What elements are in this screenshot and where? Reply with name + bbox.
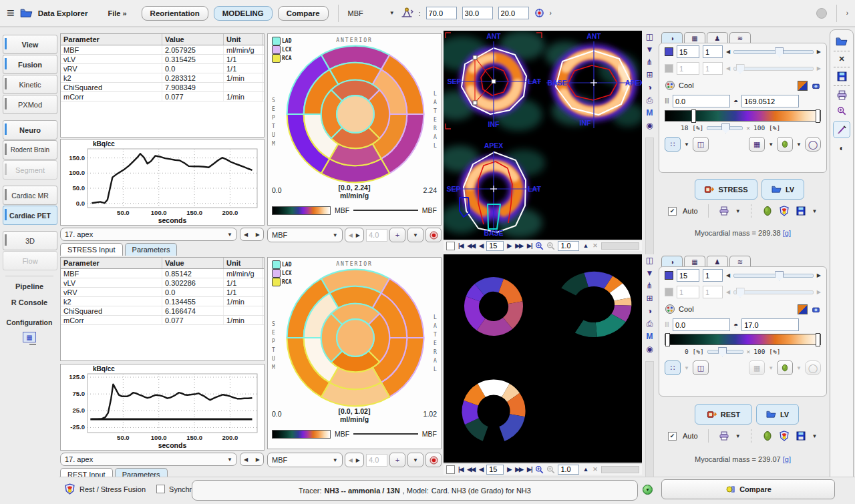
sphere-icon[interactable]: ◓ (733, 97, 738, 106)
window-min-field[interactable] (673, 95, 730, 107)
stress-region-select[interactable]: 17. apex ▼ (60, 228, 237, 241)
zoom-icon[interactable] (837, 106, 846, 115)
pen-tool-button[interactable] (833, 121, 850, 138)
save-icon[interactable] (836, 71, 848, 82)
print-icon[interactable]: ⎙ (643, 318, 657, 330)
rewind-button[interactable]: ◀◀ (466, 242, 476, 249)
marker-m-icon[interactable]: M (643, 107, 657, 119)
print-icon[interactable] (719, 206, 729, 216)
sidebar-item-cardiac-mr[interactable]: Cardiac MR (3, 186, 57, 205)
stress-load-button[interactable]: STRESS (695, 179, 757, 200)
polar-stepper[interactable]: ◀▶ (345, 453, 364, 467)
slider-right-icon[interactable]: ▶ (817, 272, 821, 278)
stress-region-stepper[interactable]: ◀ ▶ (240, 228, 264, 241)
capture-icon[interactable] (811, 305, 821, 314)
table-row[interactable]: MBF2.057925ml/min/g (61, 45, 264, 55)
fit-view-icon[interactable]: ⊞ (643, 69, 657, 81)
prev-frame-button[interactable]: ◀ (478, 242, 484, 249)
mode-select[interactable]: MBF ▼ (348, 9, 395, 17)
data-explorer-icon[interactable] (20, 7, 33, 19)
polar-dropdown-button[interactable]: ▼ (407, 453, 423, 467)
polar-stepper[interactable]: ◀▶ (345, 228, 364, 242)
lower-threshold-handle[interactable] (691, 109, 696, 123)
viewer-checkbox[interactable] (446, 465, 455, 474)
zoom-in-icon[interactable] (535, 242, 544, 250)
grid-layout-button[interactable]: ▦ (749, 137, 765, 152)
lower-threshold-handle[interactable] (665, 333, 670, 346)
print-icon[interactable]: ⎙ (643, 94, 657, 107)
tree-view-icon[interactable]: ⋔ (643, 280, 657, 292)
shield-icon[interactable] (779, 206, 790, 216)
rest-bullseye[interactable] (285, 267, 426, 409)
chevron-down-icon[interactable]: ▼ (684, 142, 689, 148)
modeling-button[interactable]: MODELING (214, 6, 273, 21)
table-row[interactable]: MBF0.85142ml/min/g (61, 269, 264, 278)
polar-colorbar[interactable] (272, 430, 331, 439)
toolbar-expand-chevron[interactable]: › (550, 9, 552, 17)
window-gradient-bar[interactable] (665, 334, 821, 345)
histogram-icon[interactable]: Ⅲ (665, 321, 669, 328)
fit-circle-icon[interactable]: ◉ (643, 343, 657, 356)
sidebar-item-fusion[interactable]: Fusion (3, 55, 57, 74)
rest-image-viewport[interactable] (444, 254, 642, 463)
scale-line[interactable] (353, 210, 418, 211)
slider-right-icon[interactable]: ▶ (817, 49, 821, 55)
compare-top-button[interactable]: Compare (278, 6, 329, 21)
upper-threshold-handle[interactable] (816, 109, 820, 123)
slice-field-2[interactable] (703, 45, 723, 58)
prev-icon[interactable]: ◀ (349, 457, 353, 463)
zoom-factor-field[interactable] (558, 465, 579, 475)
close-series-icon[interactable]: ✕ (830, 55, 853, 63)
stress-bullseye[interactable] (285, 43, 426, 185)
forward-button[interactable]: ▶▶ (514, 466, 524, 473)
rest-lv-button[interactable]: LV (756, 404, 799, 425)
stress-lv-button[interactable]: LV (761, 179, 804, 200)
capture-icon[interactable] (811, 81, 821, 90)
tab-stress-input[interactable]: STRESS Input (60, 243, 123, 256)
stress-slice-views[interactable]: ANTSEPLATINFANTBASEAPEXINFAPEXSEPLATBASE (444, 31, 642, 240)
prev-icon[interactable]: ◀ (349, 232, 353, 238)
contrast-icon[interactable]: ◑ (643, 305, 657, 318)
colormap-palette-icon[interactable] (665, 304, 675, 314)
scale-line[interactable] (353, 433, 418, 435)
table-row[interactable]: vLV0.3154251/1 (61, 55, 264, 64)
table-row[interactable]: k20.1344551/min (61, 297, 264, 306)
strip-scrollbar[interactable] (645, 138, 654, 259)
chevron-down-icon[interactable]: ▼ (735, 433, 741, 439)
auto-checkbox[interactable]: ✔ (668, 432, 677, 441)
close-icon[interactable]: ✕ (592, 242, 598, 249)
colormap-palette-icon[interactable] (665, 80, 675, 91)
table-row[interactable]: vRV0.01/1 (61, 288, 264, 297)
slider-left-icon[interactable]: ◀ (726, 49, 730, 55)
save-icon[interactable] (796, 431, 806, 441)
sidebar-item-3d[interactable]: 3D (3, 231, 57, 250)
layout-icon[interactable]: ◫ (643, 254, 657, 267)
crosshair-target-icon[interactable] (534, 8, 544, 18)
marker-grid-button[interactable]: ∷ (665, 137, 681, 152)
print-icon[interactable] (719, 431, 729, 441)
window-max-field[interactable] (741, 318, 799, 331)
print-icon[interactable] (836, 89, 848, 101)
next-frame-button[interactable]: ▶ (506, 242, 512, 249)
sidebar-item-view[interactable]: View (3, 35, 57, 54)
polar-mode-select[interactable]: MBF▼ (267, 228, 343, 242)
fit-view-icon[interactable]: ⊞ (643, 292, 657, 305)
zoom-out-icon[interactable] (546, 242, 555, 250)
polar-defect-button[interactable] (425, 228, 442, 242)
slider-left-icon[interactable]: ◀ (726, 272, 730, 278)
split-pane-button[interactable]: ◫ (693, 360, 709, 375)
next-icon[interactable]: ▶ (256, 457, 260, 463)
configuration-icon[interactable]: ▦ (23, 332, 36, 342)
chevron-down-icon[interactable]: ▼ (796, 142, 802, 148)
table-row[interactable]: mCorr0.0771/min (61, 316, 264, 325)
viewer-checkbox[interactable] (446, 242, 455, 250)
coord-z-field[interactable] (498, 7, 529, 19)
slice-slider[interactable] (733, 274, 814, 278)
first-frame-button[interactable]: |◀ (458, 242, 464, 249)
window-max-field[interactable] (741, 95, 799, 107)
shield-icon[interactable] (779, 431, 790, 441)
invert-colors-icon[interactable] (798, 81, 808, 91)
head-icon[interactable] (762, 431, 773, 441)
sidebar-item-cardiac-pet[interactable]: Cardiac PET (3, 206, 57, 225)
slice-field[interactable] (677, 269, 699, 282)
